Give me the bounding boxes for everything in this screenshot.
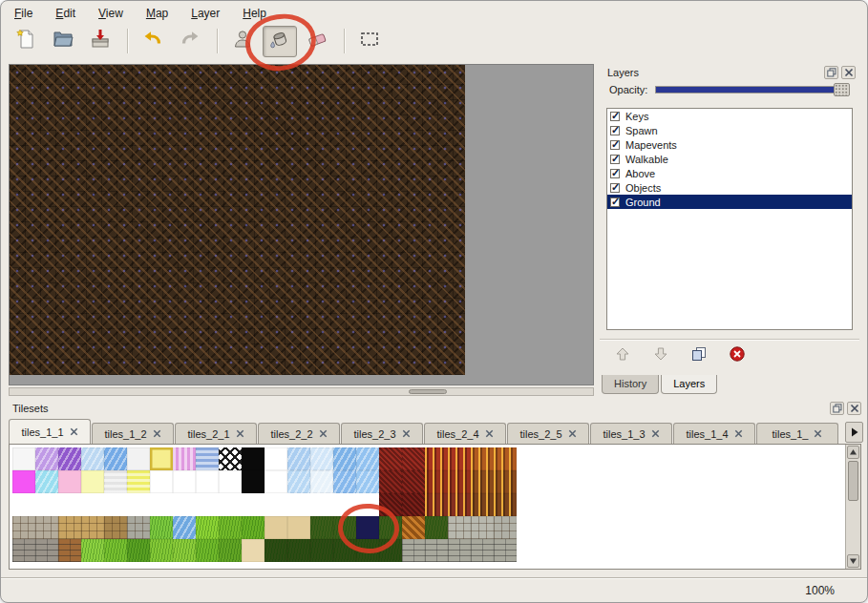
tile-scrollbar-thumb[interactable] [848,461,858,501]
redo-button[interactable] [173,26,207,57]
tile-4-7[interactable] [173,539,196,562]
tile-1-9[interactable] [219,470,242,493]
tile-3-13[interactable] [310,516,333,539]
tab-close-icon[interactable] [734,428,743,440]
scroll-down-button[interactable] [847,554,859,568]
undo-button[interactable] [136,26,170,57]
tile-3-12[interactable] [287,516,310,539]
tileset-tab-tiles_1_3[interactable]: tiles_1_3 [590,423,672,444]
tile-4-8[interactable] [196,539,219,562]
tileset-tab-tiles_1_1[interactable]: tiles_1_1 [9,419,91,444]
layer-row-spawn[interactable]: Spawn [607,123,852,137]
float-panel-button[interactable] [824,66,838,79]
tile-0-7[interactable] [173,447,196,470]
tile-1-17[interactable] [402,470,425,493]
tile-4-18[interactable] [425,539,448,562]
tile-2-18[interactable] [425,493,448,516]
layer-row-objects[interactable]: Objects [607,180,852,195]
tile-4-10[interactable] [242,539,265,562]
close-panel-button[interactable] [847,402,861,415]
close-panel-button[interactable] [841,66,856,79]
tile-0-13[interactable] [310,447,333,470]
tile-0-0[interactable] [12,447,35,470]
tab-close-icon[interactable] [651,428,660,440]
tile-0-4[interactable] [104,447,127,470]
map-horizontal-scrollbar[interactable] [9,387,594,396]
map-scrollbar-thumb[interactable] [409,389,447,394]
map-content[interactable] [10,65,465,375]
layer-visibility-checkbox[interactable] [610,169,620,178]
new-map-button[interactable] [9,26,43,57]
tile-4-1[interactable] [35,539,58,562]
tile-1-15[interactable] [356,470,379,493]
tile-3-5[interactable] [127,516,150,539]
tile-3-7[interactable] [173,516,196,539]
tile-3-0[interactable] [12,516,35,539]
tile-4-0[interactable] [12,539,35,562]
tile-0-15[interactable] [356,447,379,470]
tile-1-6[interactable] [150,470,173,493]
tile-2-19[interactable] [448,493,471,516]
tile-vertical-scrollbar[interactable] [845,445,860,569]
layer-row-mapevents[interactable]: Mapevents [607,137,852,152]
tile-1-1[interactable] [35,470,58,493]
tile-0-10[interactable] [242,447,265,470]
tileset-tab-tiles_2_4[interactable]: tiles_2_4 [424,423,506,444]
tile-0-20[interactable] [471,447,494,470]
tab-close-icon[interactable] [153,428,161,440]
menu-help[interactable]: Help [243,7,266,20]
tile-2-20[interactable] [471,493,494,516]
layer-row-ground[interactable]: Ground [607,195,852,209]
tile-3-9[interactable] [219,516,242,539]
tile-1-3[interactable] [81,470,104,493]
tile-3-11[interactable] [265,516,287,539]
tile-1-14[interactable] [333,470,356,493]
tileset-tab-tiles_2_1[interactable]: tiles_2_1 [175,423,257,444]
tile-3-4[interactable] [104,516,127,539]
tile-1-13[interactable] [310,470,333,493]
save-button[interactable] [83,26,117,57]
tileset-tab-tiles_2_5[interactable]: tiles_2_5 [507,423,589,444]
map-canvas-viewport[interactable] [9,64,594,385]
scroll-up-button[interactable] [847,446,859,459]
layer-row-walkable[interactable]: Walkable [607,152,852,166]
tile-2-21[interactable] [494,493,517,516]
tile-3-14[interactable] [333,516,356,539]
tile-3-21[interactable] [494,516,517,539]
tab-close-icon[interactable] [402,428,411,440]
tile-4-6[interactable] [150,539,173,562]
tile-3-16[interactable] [379,516,402,539]
tile-1-20[interactable] [471,470,494,493]
menu-map[interactable]: Map [146,7,168,20]
tile-0-5[interactable] [127,447,150,470]
tile-0-16[interactable] [379,447,402,470]
tile-3-3[interactable] [81,516,104,539]
menu-file[interactable]: File [14,7,32,20]
tile-1-12[interactable] [287,470,310,493]
tile-0-1[interactable] [35,447,58,470]
tile-1-18[interactable] [425,470,448,493]
tileset-tab-tiles_1_2[interactable]: tiles_1_2 [92,423,174,444]
tileset-tab-tiles_2_2[interactable]: tiles_2_2 [258,423,340,444]
delete-layer-button[interactable] [726,345,749,364]
layer-row-keys[interactable]: Keys [607,109,852,123]
tile-4-12[interactable] [287,539,310,562]
tile-4-17[interactable] [402,539,425,562]
tile-0-3[interactable] [81,447,104,470]
tile-0-9[interactable] [219,447,242,470]
tile-4-4[interactable] [104,539,127,562]
layer-visibility-checkbox[interactable] [610,155,620,164]
tile-0-14[interactable] [333,447,356,470]
layer-visibility-checkbox[interactable] [610,140,620,150]
tile-0-6[interactable] [150,447,173,470]
tile-0-17[interactable] [402,447,425,470]
tile-1-2[interactable] [58,470,81,493]
tile-1-19[interactable] [448,470,471,493]
tile-2-16[interactable] [379,493,402,516]
tile-0-8[interactable] [196,447,219,470]
tileset-tab-tiles_2_3[interactable]: tiles_2_3 [341,423,423,444]
tile-3-2[interactable] [58,516,81,539]
panel-tab-history[interactable]: History [602,375,659,394]
tile-4-21[interactable] [494,539,517,562]
tile-3-6[interactable] [150,516,173,539]
